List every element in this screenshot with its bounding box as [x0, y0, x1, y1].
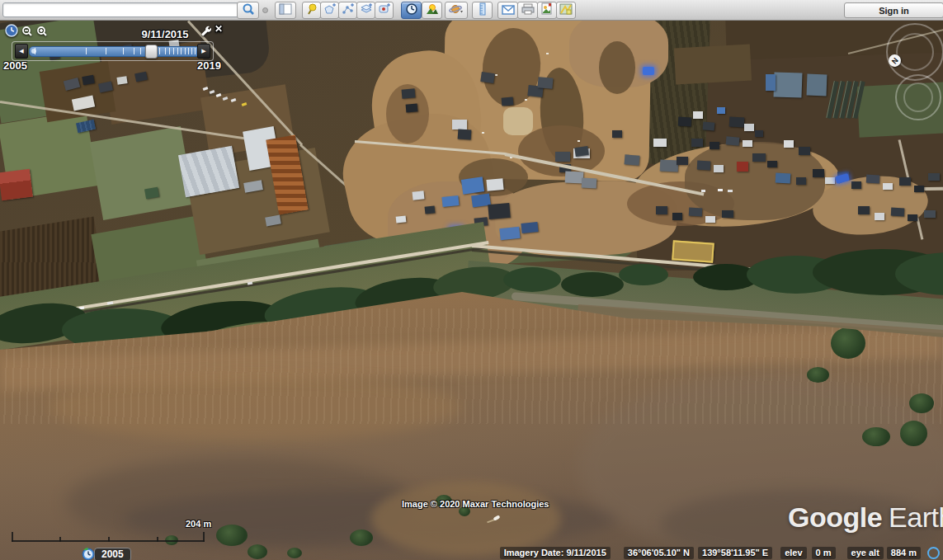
- map-feature: [677, 157, 688, 165]
- map-feature: [924, 210, 936, 218]
- map-feature: [883, 183, 893, 190]
- ruler-button[interactable]: [472, 2, 493, 19]
- sign-in-button[interactable]: Sign in: [844, 2, 943, 18]
- slider-range-start-label: 2005: [3, 59, 27, 72]
- slider-tick: [177, 48, 178, 54]
- map-feature: [499, 227, 520, 240]
- zoom-out-icon[interactable]: [21, 26, 33, 40]
- historical-imagery-button[interactable]: [401, 2, 422, 19]
- map-feature: [672, 240, 714, 262]
- map-feature: [625, 154, 640, 166]
- map-feature: [660, 159, 679, 172]
- slider-step-forward-button[interactable]: ▶: [197, 44, 210, 59]
- time-badge[interactable]: 2005: [94, 548, 131, 560]
- map-feature: [908, 214, 917, 221]
- print-button[interactable]: [517, 2, 538, 19]
- map-feature: [425, 205, 436, 214]
- map-feature: [714, 165, 724, 172]
- add-polygon-button[interactable]: [320, 2, 339, 19]
- add-image-overlay-button[interactable]: [356, 2, 375, 19]
- satellite-imagery[interactable]: [0, 20, 943, 560]
- map-feature: [502, 96, 514, 106]
- watermark-google: Google: [788, 501, 882, 533]
- map-feature: [928, 173, 940, 181]
- slider-thumb[interactable]: [145, 45, 158, 59]
- add-placemark-button[interactable]: [302, 2, 321, 19]
- map-feature: [807, 367, 829, 383]
- google-earth-window: Sign in: [0, 0, 943, 560]
- status-bar: Imagery Date: 9/11/2015 36°06'05.10" N 1…: [500, 546, 940, 559]
- map-feature: [525, 99, 527, 101]
- zoom-in-icon[interactable]: [36, 26, 48, 40]
- planet-icon: [449, 2, 464, 19]
- search-button[interactable]: [237, 2, 259, 19]
- map-feature: [287, 548, 302, 558]
- map-feature: [674, 45, 752, 85]
- maps-icon: [559, 3, 573, 18]
- record-tour-icon: [378, 2, 391, 19]
- record-tour-button[interactable]: [375, 2, 394, 19]
- map-feature: [718, 189, 723, 191]
- sun-icon: [426, 2, 439, 19]
- map-feature: [776, 173, 791, 184]
- status-eye-alt-value: 884 m: [887, 547, 921, 559]
- slider-track[interactable]: [29, 46, 200, 57]
- toolbar-knob: [262, 7, 268, 13]
- map-feature: [752, 153, 766, 162]
- map-feature: [796, 177, 806, 185]
- move-joystick-inner: [903, 82, 933, 112]
- sunlight-button[interactable]: [422, 2, 442, 19]
- add-path-button[interactable]: [338, 2, 357, 19]
- map-feature: [743, 140, 752, 147]
- search-input[interactable]: [2, 2, 240, 17]
- email-icon: [502, 3, 515, 18]
- email-button[interactable]: [497, 2, 518, 19]
- map-feature: [703, 121, 715, 130]
- save-image-button[interactable]: [537, 2, 557, 19]
- map-feature: [574, 146, 588, 157]
- path-icon: [342, 2, 355, 19]
- google-earth-watermark: GoogleEarth: [788, 501, 943, 534]
- slider-tick: [191, 48, 192, 54]
- map-feature: [773, 72, 802, 97]
- slider-tick: [134, 48, 134, 54]
- status-eye-alt-label: eye alt: [847, 547, 884, 559]
- imagery-attribution: Image © 2020 Maxar Technologies: [402, 499, 549, 509]
- map-feature: [406, 103, 418, 112]
- map-feature: [643, 67, 654, 75]
- map-feature: [737, 162, 748, 172]
- map-feature: [452, 120, 467, 129]
- sidebar-toggle-button[interactable]: [275, 2, 296, 19]
- slider-tick: [35, 48, 35, 54]
- map-feature: [866, 175, 880, 184]
- look-joystick-inner: [896, 33, 934, 71]
- status-elev-label: elev: [780, 547, 806, 559]
- slider-tick: [185, 48, 186, 54]
- map-feature: [565, 171, 584, 183]
- polygon-icon: [323, 2, 337, 19]
- map-feature: [744, 124, 754, 131]
- planets-button[interactable]: [445, 2, 468, 19]
- view-in-maps-button[interactable]: [556, 2, 576, 19]
- time-slider: ◀ ▶: [12, 41, 214, 61]
- map-feature: [216, 525, 248, 546]
- map-feature: [116, 76, 127, 85]
- map-feature: [458, 129, 472, 139]
- pushpin-icon: [305, 2, 318, 19]
- map-feature: [831, 327, 865, 359]
- map-feature: [691, 139, 703, 147]
- map-feature: [482, 132, 484, 134]
- search-icon: [242, 2, 255, 19]
- slider-date-label: 9/11/2015: [124, 28, 206, 40]
- map-feature: [862, 427, 890, 446]
- map-feature: [799, 147, 810, 155]
- historical-clock-icon[interactable]: [81, 547, 95, 560]
- status-elev-value: 0 m: [812, 547, 836, 559]
- close-icon[interactable]: ✕: [215, 23, 223, 35]
- map-feature: [728, 190, 733, 192]
- clock-icon[interactable]: [5, 24, 18, 40]
- map-feature: [807, 74, 827, 96]
- slider-tick: [86, 48, 87, 54]
- slider-step-back-button[interactable]: ◀: [15, 44, 28, 59]
- map-feature: [875, 213, 884, 220]
